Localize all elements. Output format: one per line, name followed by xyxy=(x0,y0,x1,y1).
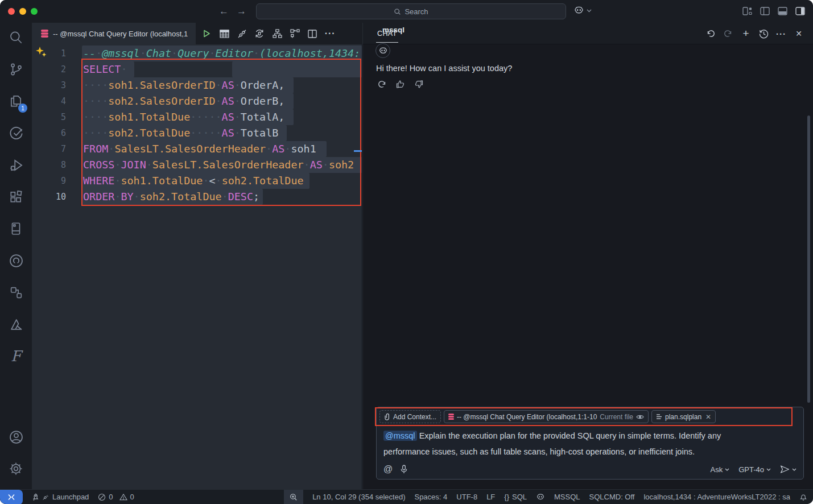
line-number: 3 xyxy=(32,77,66,93)
search-icon xyxy=(9,30,23,45)
message-text: Hi there! How can I assist you today? xyxy=(376,64,512,73)
sqlplan-pill[interactable]: plan.sqlplan ✕ xyxy=(651,410,716,423)
results-grid-icon[interactable] xyxy=(218,27,230,40)
sqlcmd-item[interactable]: SQLCMD: Off xyxy=(589,493,635,501)
close-window-button[interactable] xyxy=(8,8,15,15)
title-bar: ← → Search xyxy=(0,0,813,23)
source-control-button[interactable] xyxy=(0,55,32,84)
forward-arrow-icon[interactable]: → xyxy=(237,6,246,17)
eye-icon[interactable] xyxy=(636,414,644,420)
remote-indicator[interactable] xyxy=(0,490,23,504)
zoom-in-icon xyxy=(290,493,298,501)
model-dropdown[interactable]: GPT-4o xyxy=(738,465,771,474)
undo-icon[interactable] xyxy=(705,28,716,39)
current-file-pill[interactable]: -- @mssql Chat Query Editor (localhost,1… xyxy=(444,410,649,423)
zoom-indicator[interactable] xyxy=(284,490,303,504)
run-query-icon[interactable] xyxy=(200,27,213,40)
cursor-position-item[interactable]: Ln 10, Col 29 (354 selected) xyxy=(312,493,405,501)
minimize-window-button[interactable] xyxy=(19,8,26,15)
database-icon xyxy=(41,30,48,37)
connection-item[interactable]: localhost,1434 : AdventureWorksLT2022 : … xyxy=(643,493,790,501)
thumbs-down-icon[interactable] xyxy=(414,80,423,89)
maximize-window-button[interactable] xyxy=(31,8,38,15)
check-circle-icon xyxy=(9,126,24,141)
split-editor-icon[interactable] xyxy=(306,27,319,40)
functions-view-button[interactable]: F xyxy=(0,341,32,371)
microphone-icon[interactable] xyxy=(401,465,407,474)
toggle-right-sidebar-icon[interactable] xyxy=(795,7,805,15)
estimated-plan-icon[interactable] xyxy=(271,27,283,40)
disconnect-icon[interactable] xyxy=(236,27,248,40)
mssql-item[interactable]: MSSQL xyxy=(554,493,580,501)
line-number: 4 xyxy=(32,93,66,109)
chat-scrollbar[interactable] xyxy=(807,115,810,403)
add-context-button[interactable]: Add Context... xyxy=(379,410,441,423)
send-button[interactable] xyxy=(780,465,797,474)
more-icon[interactable]: ··· xyxy=(776,28,786,39)
chevron-down-icon xyxy=(792,468,797,471)
braces-icon: {} xyxy=(504,493,509,501)
search-icon xyxy=(394,8,401,15)
close-icon[interactable]: ✕ xyxy=(794,28,804,39)
github-view-button[interactable] xyxy=(0,246,32,275)
at-mention-icon[interactable]: @ xyxy=(383,464,393,474)
files-view-button[interactable]: 1 xyxy=(0,86,32,116)
linked-boxes-view-button[interactable] xyxy=(0,278,32,307)
azure-view-button[interactable] xyxy=(0,309,32,339)
toggle-left-sidebar-icon[interactable] xyxy=(760,7,770,15)
remove-attachment-icon[interactable]: ✕ xyxy=(705,413,711,421)
code-editor[interactable]: 12345678910 --·@mssql·Chat·Query·Editor·… xyxy=(32,44,362,489)
copilot-menu-button[interactable] xyxy=(573,5,592,16)
back-arrow-icon[interactable]: ← xyxy=(219,6,229,17)
extensions-icon xyxy=(9,189,23,204)
command-center-search[interactable]: Search xyxy=(256,3,566,19)
extensions-button[interactable] xyxy=(0,182,32,212)
problems-item[interactable]: 0 0 xyxy=(98,493,134,501)
check-view-button[interactable] xyxy=(0,118,32,148)
tab-title: -- @mssql Chat Query Editor (localhost,1 xyxy=(53,30,188,38)
copilot-icon xyxy=(573,5,584,16)
line-number: 7 xyxy=(32,141,66,157)
server-view-button[interactable] xyxy=(0,214,32,243)
sqlcmd-mode-icon[interactable] xyxy=(288,27,301,40)
redo-icon[interactable] xyxy=(723,28,733,39)
more-actions-icon[interactable]: ··· xyxy=(324,27,336,40)
encoding-item[interactable]: UTF-8 xyxy=(456,493,477,501)
chat-input-text[interactable]: @mssql Explain the execution plan for th… xyxy=(377,423,803,460)
notifications-item[interactable] xyxy=(799,493,807,501)
search-placeholder: Search xyxy=(405,7,428,16)
mode-dropdown[interactable]: Ask xyxy=(711,465,730,474)
server-book-icon xyxy=(9,221,23,236)
indentation-item[interactable]: Spaces: 4 xyxy=(414,493,447,501)
eol-item[interactable]: LF xyxy=(486,493,495,501)
copilot-robot-icon xyxy=(378,46,388,56)
run-debug-button[interactable] xyxy=(0,150,32,180)
line-number: 9 xyxy=(32,173,66,189)
thumbs-up-icon[interactable] xyxy=(396,80,405,89)
history-icon[interactable] xyxy=(758,28,769,39)
database-icon xyxy=(448,414,454,420)
chat-panel-header: CHAT + ··· ✕ xyxy=(363,23,813,44)
bell-icon xyxy=(799,493,807,501)
copilot-status-item[interactable] xyxy=(536,493,545,502)
toggle-panel-icon[interactable] xyxy=(778,7,787,15)
mssql-mention-chip[interactable]: @mssql xyxy=(383,431,417,441)
account-button[interactable] xyxy=(0,422,32,452)
mssql-avatar xyxy=(375,43,390,58)
line-number: 6 xyxy=(32,125,66,141)
search-view-button[interactable] xyxy=(0,23,32,52)
line-numbers-gutter: 12345678910 xyxy=(32,46,66,205)
paperclip-icon xyxy=(384,413,390,420)
settings-button[interactable] xyxy=(0,454,32,484)
chevron-down-icon xyxy=(587,9,592,13)
message-author: mssql xyxy=(382,26,405,34)
launchpad-item[interactable]: Launchpad xyxy=(31,493,89,501)
chat-input-container[interactable]: Add Context... -- @mssql Chat Query Edit… xyxy=(376,407,804,480)
language-item[interactable]: {} SQL xyxy=(504,493,527,501)
customize-layout-icon[interactable] xyxy=(742,7,752,15)
new-chat-icon[interactable]: + xyxy=(741,28,751,39)
regenerate-icon[interactable] xyxy=(378,80,387,89)
activity-bar: 1 F xyxy=(0,23,32,489)
editor-tab[interactable]: -- @mssql Chat Query Editor (localhost,1 xyxy=(32,23,196,44)
change-connection-icon[interactable] xyxy=(253,27,266,40)
